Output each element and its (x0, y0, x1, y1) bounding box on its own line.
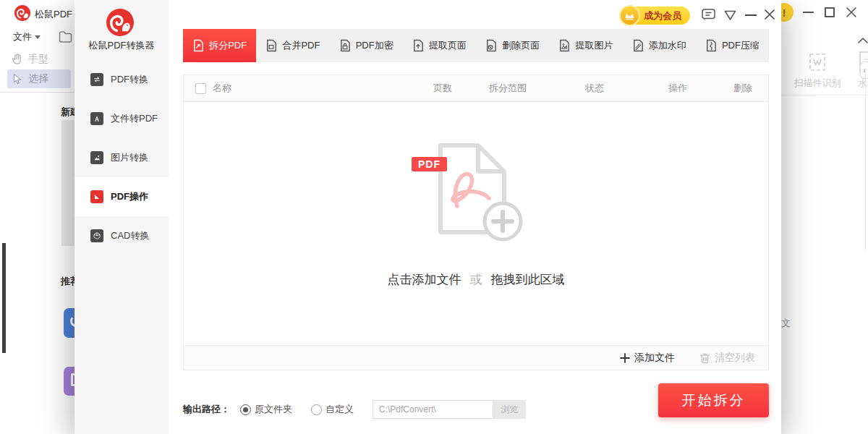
bg-minimize-button[interactable] (803, 12, 814, 13)
dialog-close-button[interactable] (763, 8, 776, 21)
add-file-button[interactable]: 添加文件 (620, 352, 675, 365)
output-path-input[interactable] (373, 400, 493, 419)
tab-encrypt-pdf[interactable]: PDF加密 (330, 29, 403, 62)
radio-source-folder[interactable] (240, 404, 251, 415)
start-split-button[interactable]: 开始拆分 (658, 383, 769, 417)
cad-cube-icon (90, 229, 103, 242)
expand-panel-arrow[interactable]: › (860, 61, 868, 79)
tab-add-watermark[interactable]: 添加水印 (623, 29, 696, 62)
dialog-minimize-button[interactable] (745, 14, 757, 17)
sidebar-item-cad-convert[interactable]: CAD转换 (75, 216, 169, 255)
divider (0, 92, 75, 93)
sidebar-nav: PDF转换 文件转PDF 图片转换 PDF操作 CAD转换 (75, 60, 169, 255)
empty-state-text: 点击添加文件或拖拽到此区域 (388, 271, 565, 288)
delete-pages-icon (485, 39, 497, 52)
action-column: 操作 (638, 82, 718, 95)
tab-compress-pdf[interactable]: PDF压缩 (696, 29, 769, 62)
watermark-icon (632, 39, 644, 52)
status-column: 状态 (551, 82, 638, 95)
browse-button[interactable]: 浏览 (493, 400, 526, 419)
merge-pdf-icon (265, 39, 277, 52)
squirrel-icon (14, 5, 30, 21)
open-file-icon[interactable] (58, 30, 73, 47)
pdf-operations-icon (90, 190, 103, 203)
pdf-file-icon (421, 137, 531, 245)
scan-icon (806, 51, 829, 74)
plus-icon (620, 353, 630, 363)
radio-source-folder-label: 原文件夹 (255, 403, 292, 416)
app-name: 松鼠PDF转换器 (75, 39, 169, 52)
file-menu[interactable]: 文件 (13, 30, 41, 43)
output-path-row: 输出路径： 原文件夹 自定义 浏览 (183, 399, 526, 420)
convert-icon (90, 73, 103, 86)
squirrel-logo-icon (106, 9, 134, 36)
chevron-up-icon (858, 37, 868, 43)
close-icon (845, 6, 858, 19)
lock-icon (339, 39, 351, 52)
extract-pages-icon (412, 39, 424, 52)
pdf-badge: PDF (412, 157, 447, 171)
become-vip-button[interactable]: 成为会员 (624, 7, 690, 25)
drop-zone[interactable]: PDF 点击添加文件或拖拽到此区域 (184, 102, 768, 345)
scan-recognition-button[interactable]: 扫描件识别 (785, 51, 850, 90)
hand-icon (10, 52, 24, 66)
divider (781, 95, 868, 95)
feedback-button[interactable] (701, 8, 716, 22)
split-pdf-icon (192, 39, 204, 52)
select-tool[interactable]: 选择 (7, 69, 71, 88)
extract-images-icon (558, 39, 570, 52)
sidebar-item-pdf-operations[interactable]: PDF操作 (75, 177, 169, 216)
radio-custom-label: 自定义 (326, 403, 354, 416)
triangle-down-icon (723, 9, 737, 21)
sidebar-item-file-to-pdf[interactable]: 文件转PDF (75, 99, 169, 138)
bg-maximize-button[interactable] (825, 7, 835, 17)
compress-icon (705, 39, 717, 52)
close-icon (763, 8, 776, 21)
pages-column: 页数 (421, 82, 464, 95)
caret-down-icon (35, 35, 41, 39)
tab-delete-pages[interactable]: 删除页面 (476, 29, 549, 62)
file-pdf-icon (90, 112, 103, 125)
screen: 松鼠PDF (联想 文件 手型 选择 新建 推荐 ! 扫描件识别 (0, 0, 868, 434)
trash-icon (699, 352, 710, 364)
select-all-checkbox[interactable] (195, 83, 206, 94)
image-icon (90, 151, 103, 164)
bg-close-button[interactable] (845, 6, 858, 19)
radio-custom-path[interactable] (311, 404, 322, 415)
menu-nabla-button[interactable] (723, 9, 737, 21)
app-logo-icon (14, 5, 30, 21)
empty-state-graphic[interactable]: PDF (421, 137, 531, 245)
sidebar-item-pdf-convert[interactable]: PDF转换 (75, 60, 169, 99)
split-pdf-dialog: 松鼠PDF转换器 PDF转换 文件转PDF 图片转换 PDF操作 (75, 0, 781, 434)
function-tabbar: 拆分PDF 合并PDF PDF加密 提取页面 删除页面 提取图片 (183, 29, 769, 62)
list-actions-bar: 添加文件 清空列表 (184, 345, 768, 370)
divider (865, 69, 866, 250)
collapse-ribbon-button[interactable] (858, 33, 868, 46)
chat-icon (701, 8, 716, 22)
output-path-label: 输出路径： (183, 403, 230, 416)
background-text: 文 (781, 317, 791, 330)
hand-tool[interactable]: 手型 (10, 52, 48, 66)
crown-icon (619, 5, 640, 26)
window-edge-strip (2, 243, 6, 353)
tab-merge-pdf[interactable]: 合并PDF (256, 29, 329, 62)
file-list-panel: 名称 页数 拆分范围 状态 操作 删除 PDF (183, 75, 769, 370)
minimize-icon (745, 14, 757, 17)
tab-extract-images[interactable]: 提取图片 (549, 29, 622, 62)
sidebar-item-image-convert[interactable]: 图片转换 (75, 138, 169, 177)
cursor-icon (11, 72, 24, 85)
table-header: 名称 页数 拆分范围 状态 操作 删除 (184, 75, 768, 102)
tab-split-pdf[interactable]: 拆分PDF (183, 29, 256, 62)
name-column: 名称 (184, 82, 421, 95)
clear-list-button[interactable]: 清空列表 (699, 352, 755, 365)
dialog-sidebar: 松鼠PDF转换器 PDF转换 文件转PDF 图片转换 PDF操作 (75, 0, 169, 434)
tab-extract-pages[interactable]: 提取页面 (403, 29, 476, 62)
delete-column: 删除 (718, 82, 768, 95)
range-column: 拆分范围 (464, 82, 551, 95)
